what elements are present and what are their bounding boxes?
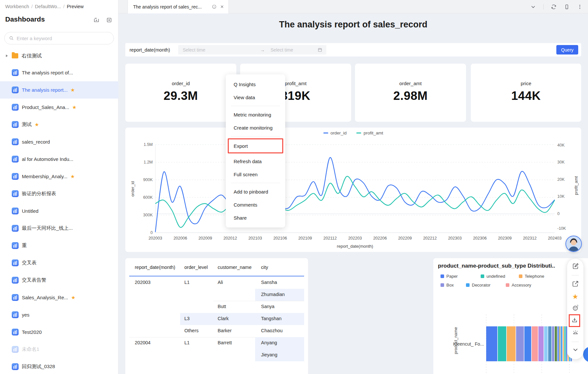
new-dashboard-icon[interactable]: [106, 17, 112, 24]
dashboard-icon: [12, 104, 19, 111]
refresh-icon[interactable]: [551, 4, 557, 10]
sidebar-item[interactable]: 重: [0, 237, 118, 254]
collapse-chevron-icon[interactable]: [530, 4, 536, 10]
kpi-card[interactable]: order_id29.3M: [125, 64, 236, 122]
more-menu-icon[interactable]: [577, 4, 583, 10]
menu-item-full-screen[interactable]: Full screen: [226, 168, 285, 181]
sidebar-item[interactable]: Sales_Analysis_Re...★: [0, 289, 118, 306]
menu-item-add-to-pinboard[interactable]: Add to pinboard: [226, 185, 285, 198]
sidebar-item[interactable]: Untitled: [0, 202, 118, 220]
table-column-header: customer_name: [218, 265, 252, 270]
sidebar-folder[interactable]: 右佳测试: [0, 48, 118, 64]
menu-item-metric-monitoring[interactable]: Metric monitoring: [226, 108, 285, 121]
sidebar-item[interactable]: 未命名1: [0, 341, 118, 358]
caret-right-icon[interactable]: [6, 55, 8, 57]
info-icon[interactable]: [212, 4, 217, 9]
sidebar-item[interactable]: The analysis report...★: [0, 81, 118, 99]
sidebar-item[interactable]: 交叉表: [0, 254, 118, 272]
search-icon: [9, 36, 14, 41]
dashboard-tree: 右佳测试 The analysis report of...The analys…: [0, 48, 118, 374]
sidebar-item[interactable]: al for Automotive Indu...: [0, 150, 118, 168]
dashboard-icon: [12, 277, 19, 284]
bar-segment: [565, 326, 566, 361]
dashboard-icon: [12, 294, 19, 301]
dashboard-icon: [12, 225, 19, 232]
menu-item-view-data[interactable]: View data: [226, 91, 285, 104]
close-icon[interactable]: [220, 4, 224, 9]
sidebar-item[interactable]: sales_record: [0, 133, 118, 150]
sidebar-item[interactable]: 交叉表告警: [0, 272, 118, 289]
widget-toolbar: ★ 3: [567, 259, 583, 359]
new-folder-icon[interactable]: [93, 17, 100, 24]
menu-divider: [231, 183, 280, 183]
dashboard-icon: [12, 156, 19, 163]
bar-chart-card[interactable]: product_name-product_sub_type Distributi…: [433, 258, 588, 374]
kpi-value: 29.3M: [125, 89, 236, 103]
star-icon: ★: [71, 295, 75, 301]
sidebar-item[interactable]: The analysis report of...: [0, 64, 118, 81]
tab-title: The analysis report of sales_rec...: [133, 4, 209, 9]
sidebar-item-label: Product_Sales_Ana...: [22, 104, 69, 110]
breadcrumb-workbench[interactable]: Workbench: [5, 4, 29, 9]
download-icon[interactable]: [571, 317, 578, 325]
collapse-toolbar-icon[interactable]: [567, 346, 583, 353]
favorite-star-icon[interactable]: ★: [567, 293, 583, 300]
sidebar-item[interactable]: Membership_Analy...★: [0, 168, 118, 185]
menu-divider: [231, 136, 280, 136]
sidebar-item[interactable]: 测试★: [0, 116, 118, 133]
time-range-picker[interactable]: Select time → Select time: [178, 45, 326, 55]
sidebar-item[interactable]: 回归测试_0328: [0, 358, 118, 374]
table-cell: Chaozhou: [261, 328, 283, 333]
table-cell: Clark: [218, 316, 229, 321]
sidebar-item[interactable]: 验证的分析报表: [0, 185, 118, 202]
bar-segment: [532, 326, 538, 361]
bar-segment: [555, 326, 557, 361]
start-time-placeholder[interactable]: Select time: [183, 47, 205, 53]
line-chart-plot: [125, 128, 581, 252]
sidebar-item-label: 未命名1: [22, 346, 39, 352]
filter-bar: report_date(month) Select time → Select …: [125, 43, 581, 56]
tab-active[interactable]: The analysis report of sales_rec...: [128, 0, 229, 13]
menu-item-share[interactable]: Share: [226, 211, 285, 224]
assistant-avatar[interactable]: [565, 236, 582, 252]
breadcrumb-preview: Preview: [67, 4, 84, 9]
dashboard-icon: [12, 121, 19, 128]
sidebar-item-label: Untitled: [22, 208, 39, 214]
bar-segment: [563, 326, 564, 361]
end-time-placeholder[interactable]: Select time: [271, 47, 293, 53]
table-card[interactable]: report_date(month)order_levelcustomer_na…: [125, 258, 308, 374]
menu-item-export[interactable]: Export: [229, 139, 282, 152]
svg-text:3: 3: [577, 304, 578, 307]
line-chart-card[interactable]: order_idprofit_amt order_id profit_amt 1…: [125, 128, 581, 252]
comment-smiley-icon[interactable]: 3: [567, 304, 583, 311]
kpi-card[interactable]: price144K: [471, 64, 581, 122]
sidebar-item[interactable]: 最后一天同环比_线上...: [0, 220, 118, 237]
alert-siren-icon[interactable]: [567, 329, 583, 336]
bar-segment: [561, 326, 563, 361]
menu-item-comments[interactable]: Comments: [226, 198, 285, 211]
breadcrumb-workspace[interactable]: DefaultWo...: [35, 4, 61, 9]
mobile-preview-icon[interactable]: [564, 4, 570, 10]
page-title: The analysis report of sales_record: [125, 20, 581, 30]
bar-segment: [558, 326, 559, 361]
table-cell: Anyang: [261, 340, 277, 345]
bar-segment: [552, 326, 554, 361]
menu-item-create-monitoring[interactable]: Create monitoring: [226, 121, 285, 134]
edit-icon[interactable]: [567, 263, 583, 270]
menu-item-refresh-data[interactable]: Refresh data: [226, 155, 285, 168]
sidebar-item-label: yes: [22, 312, 29, 318]
table-cell: Barker: [218, 328, 232, 333]
dashboard-icon: [12, 190, 19, 197]
kpi-card[interactable]: order_amt2.98M: [355, 64, 466, 122]
search-input[interactable]: Enter a keyword: [4, 32, 114, 44]
dashboard-icon: [12, 69, 19, 76]
sidebar-item[interactable]: Test2020: [0, 323, 118, 341]
sidebar-item[interactable]: Product_Sales_Ana...★: [0, 99, 118, 116]
menu-item-q-insights[interactable]: Q Insights: [226, 78, 285, 91]
query-button[interactable]: Query: [556, 45, 578, 55]
sidebar-item[interactable]: yes: [0, 306, 118, 323]
open-in-new-icon[interactable]: [567, 280, 583, 287]
row-separator: [213, 301, 304, 301]
breadcrumb: Workbench/DefaultWo.../Preview: [5, 4, 84, 9]
sidebar-item-label: Test2020: [22, 329, 42, 335]
